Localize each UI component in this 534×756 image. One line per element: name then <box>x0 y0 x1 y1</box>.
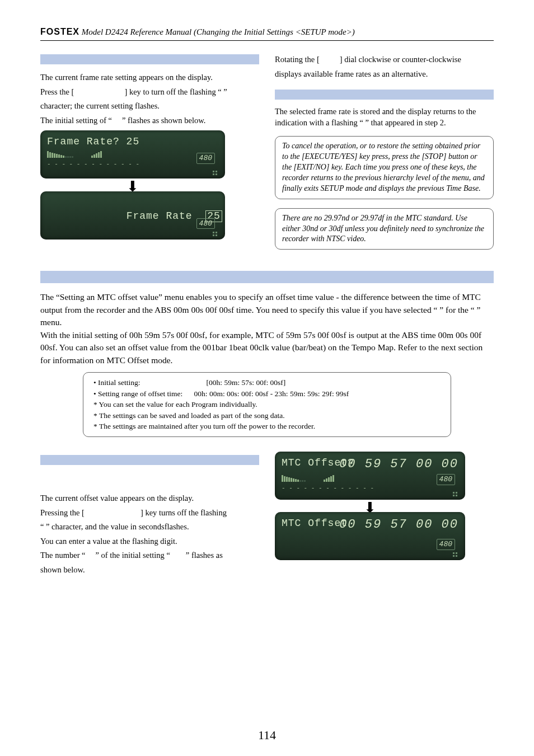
top-right-column: Rotating the [] dial clockwise or counte… <box>275 54 494 259</box>
mtc-offset-description: The “Setting an MTC offset value” menu e… <box>40 291 494 367</box>
offset-settings-box: • Initial setting: [00h: 59m: 57s: 00f: … <box>83 372 451 437</box>
lcd2-text: Frame Rate 25 <box>47 196 218 237</box>
left-para-4: The initial setting of “” flashes as sho… <box>40 115 259 126</box>
section-blue-bar <box>40 271 494 283</box>
cb-row-3: * You can set the value for each Program… <box>93 399 441 410</box>
lcd-mtc-offset-question: MTC Offset? 00 59 57 00 00 - - - - - - -… <box>275 452 465 500</box>
lcd-mtc1-underline: - - - - - - - - - - - - - <box>282 484 458 492</box>
mid-para-1: The “Setting an MTC offset value” menu e… <box>40 291 494 328</box>
lcd2-dots <box>213 232 217 236</box>
arrow-down-icon: ⬇ <box>40 184 225 190</box>
cancel-info-box: To cancel the operation, or to restore t… <box>275 136 494 199</box>
left-para-3: character; the current setting flashes. <box>40 101 259 112</box>
page-number: 114 <box>0 728 534 743</box>
brand-logo: FOSTEX <box>40 27 79 36</box>
bottom-left-column: The current offset value appears on the … <box>40 452 259 579</box>
lcd-mtc2-dots <box>453 552 457 557</box>
lcd-frame-rate-question: Frame Rate? 25 - - - - - - - - - - - - -… <box>40 130 225 179</box>
right-para-2: displays available frame rates as an alt… <box>275 69 494 80</box>
header-title: Model D2424 Reference Manual (Changing t… <box>82 27 355 36</box>
cb-row-4: * The settings can be saved and loaded a… <box>93 410 441 421</box>
lcd-frame-rate-value: Frame Rate 25 480 <box>40 191 225 240</box>
bl-para-5: The number “” of the initial setting “” … <box>40 550 259 561</box>
header-rule <box>40 40 494 41</box>
right-para-3: The selected frame rate is stored and th… <box>275 106 494 128</box>
lcd1-text: Frame Rate? 25 <box>47 135 218 148</box>
lcd-mtc-offset-value: MTC Offset 00 59 57 00 00 480 <box>275 512 465 560</box>
cb-row-5: * The settings are maintained after you … <box>93 421 441 432</box>
frame-rate-lcd-stack: Frame Rate? 25 - - - - - - - - - - - - -… <box>40 130 259 239</box>
right-blue-bar <box>275 90 494 100</box>
cb-row-2: • Setting range of offset time: 00h: 00m… <box>93 388 441 400</box>
lcd1-meter <box>47 151 218 158</box>
lcd-mtc2-boxed: 57 <box>390 518 407 532</box>
left-para-1: The current frame rate setting appears o… <box>40 72 259 83</box>
lcd1-dots <box>213 171 217 175</box>
mtc-standard-note-box: There are no 29.97nd or 29.97df in the M… <box>275 208 494 250</box>
bl-para-3: “ ” character, and the value in secondsf… <box>40 522 259 533</box>
lcd-mtc1-meter <box>282 475 458 482</box>
mid-para-2: With the initial setting of 00h 59m 57s … <box>40 329 494 367</box>
bl-para-4: You can enter a value at the flashing di… <box>40 536 259 547</box>
top-left-column: The current frame rate setting appears o… <box>40 54 259 259</box>
lcd-mtc1-time: 00 59 57 00 00 <box>339 456 458 473</box>
arrow-down-icon-2: ⬇ <box>275 505 465 511</box>
left-para-2: Press the [] key to turn off the flashin… <box>40 87 259 98</box>
lcd-mtc2-480: 480 <box>437 539 455 550</box>
cb-row-1: • Initial setting: [00h: 59m: 57s: 00f: … <box>93 377 441 388</box>
page-header: FOSTEX Model D2424 Reference Manual (Cha… <box>40 27 494 37</box>
bl-para-2: Pressing the [] key turns off the flashi… <box>40 508 259 519</box>
bl-para-1: The current offset value appears on the … <box>40 493 259 504</box>
bottom-right-column: MTC Offset? 00 59 57 00 00 - - - - - - -… <box>275 452 494 579</box>
bl-para-6: shown below. <box>40 565 259 576</box>
lcd2-480-tag: 480 <box>196 218 215 229</box>
right-para-1: Rotating the [] dial clockwise or counte… <box>275 54 494 65</box>
lcd1-480-tag: 480 <box>196 153 215 164</box>
lcd1-underline: - - - - - - - - - - - - - <box>47 160 218 168</box>
lcd-mtc2-time: 00 59 57 00 00 <box>339 516 458 533</box>
lcd-mtc1-dots <box>453 492 457 496</box>
left-blue-bar <box>40 54 259 64</box>
lcd-mtc1-480: 480 <box>437 474 455 485</box>
bottom-left-blue-bar <box>40 455 259 465</box>
